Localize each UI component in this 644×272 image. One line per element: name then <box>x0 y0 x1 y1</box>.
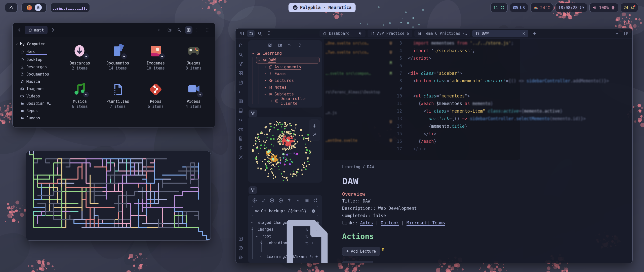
launcher-button[interactable] <box>5 3 18 12</box>
help-icon[interactable] <box>238 246 243 251</box>
open-terminal-button[interactable] <box>156 26 164 34</box>
refresh-icon[interactable] <box>313 198 318 203</box>
folder-item[interactable]: ↪ Musica 6 items <box>61 82 99 109</box>
folder-item[interactable]: Plantillas 7 items <box>99 82 137 109</box>
graph-view-panel[interactable] <box>248 117 322 183</box>
graph-icon[interactable] <box>238 61 243 66</box>
search-icon[interactable] <box>238 52 243 57</box>
compact-view-button[interactable] <box>204 26 212 34</box>
plus-icon[interactable] <box>315 255 318 258</box>
sidebar-item[interactable]: Juegos <box>13 114 58 122</box>
tree-item[interactable]: DAW <box>256 57 319 63</box>
updates-widget[interactable]: 11 <box>490 3 508 12</box>
bookmarks-panel-button[interactable] <box>265 30 273 37</box>
tree-item[interactable]: Exams <box>262 70 320 77</box>
grid-view-button[interactable] <box>185 26 192 34</box>
forward-icon[interactable] <box>50 27 56 33</box>
pin-icon[interactable] <box>358 31 362 36</box>
tree-item[interactable]: Lectures <box>262 77 320 84</box>
file-manager-window[interactable]: matt My Computer <box>12 23 215 127</box>
editor-tab[interactable]: Dashboard <box>319 30 366 37</box>
upload-icon[interactable] <box>287 198 292 203</box>
editor-window[interactable]: Dashboard ASP Practice 6 Tema 6 Prác <box>235 28 633 263</box>
check-icon[interactable] <box>261 198 266 203</box>
wand-icon[interactable] <box>312 132 317 137</box>
editor-tab[interactable]: Tema 6 Prácticas -… <box>414 30 470 37</box>
keyboard-layout-widget[interactable]: US <box>510 3 528 12</box>
clock-widget[interactable]: 18:08:28 <box>555 3 587 12</box>
add-lecture-button[interactable]: + Add Lecture <box>342 247 380 256</box>
new-tab-button[interactable] <box>531 30 538 37</box>
close-tab-icon[interactable] <box>522 31 526 36</box>
toggle-left-sidebar-button[interactable] <box>238 30 246 37</box>
volume-widget[interactable]: 100% <box>589 3 618 12</box>
sidebar-item[interactable]: Obsidian V… <box>13 100 58 107</box>
git-panel-chip[interactable] <box>249 186 257 194</box>
table-icon[interactable] <box>238 99 243 104</box>
sidebar-item[interactable]: Documentos <box>13 71 58 78</box>
sidebar-item[interactable]: Musica <box>13 78 58 85</box>
newfolder-icon[interactable] <box>278 43 282 47</box>
terminal-icon[interactable] <box>238 89 243 94</box>
search-button[interactable] <box>175 26 183 34</box>
home-icon[interactable] <box>238 43 243 48</box>
editor-tab[interactable]: ASP Practice 6 <box>368 30 412 37</box>
sidebar-item[interactable]: Imagenes <box>13 85 58 92</box>
tab-list-button[interactable] <box>613 30 621 37</box>
folder-item[interactable]: Juegos 8 items <box>175 44 213 71</box>
layout-icon[interactable] <box>238 71 243 76</box>
note-breadcrumb[interactable]: Learning / DAW <box>342 165 622 169</box>
sort-icon[interactable] <box>288 43 292 47</box>
note-link[interactable]: Microsoft Teams <box>407 220 445 225</box>
upcirc-icon[interactable] <box>252 198 257 203</box>
note-link[interactable]: Outlook <box>381 220 399 225</box>
note-link[interactable]: Aules <box>360 220 373 225</box>
filesearch-icon[interactable] <box>238 136 243 141</box>
download-icon[interactable] <box>296 198 301 203</box>
dollar-icon[interactable] <box>238 145 243 150</box>
tree-item[interactable]: Notes <box>262 84 320 91</box>
sidebar-item[interactable]: Home <box>13 48 58 56</box>
audio-visualizer[interactable] <box>50 3 90 12</box>
now-playing-widget[interactable]: Polyphia - Neurotica <box>289 3 356 12</box>
notes-app-icon[interactable] <box>35 4 42 11</box>
minuscirc-icon[interactable] <box>278 198 283 203</box>
tree-item[interactable]: Learning <box>250 50 320 57</box>
breadcrumb[interactable]: matt <box>25 26 48 34</box>
folder-item[interactable]: ↪ Imagenes 10 items <box>137 44 175 71</box>
folder-item[interactable]: ↪ Videos 4 items <box>175 82 213 109</box>
list-icon[interactable] <box>304 198 309 203</box>
sidebar-section-header[interactable]: My Computer <box>13 40 58 48</box>
vscode-background-window[interactable]: …One.svelte src\co…U …Two.svelte src\co…… <box>324 39 520 160</box>
notifications-widget[interactable]: 24 <box>621 3 638 12</box>
folder-item[interactable]: ↪ Documentos 14 items <box>99 44 137 71</box>
newnote-icon[interactable] <box>268 43 272 47</box>
sidebar-item[interactable]: Descargas <box>13 63 58 71</box>
add-note-button[interactable]: + Add Note <box>342 261 373 263</box>
back-icon[interactable] <box>16 27 23 33</box>
list-view-button[interactable] <box>194 26 202 34</box>
tools-icon[interactable] <box>238 155 243 160</box>
pluscirc-icon[interactable] <box>269 198 274 203</box>
sidebar-item[interactable]: Desktop <box>13 56 58 63</box>
code-icon[interactable] <box>238 117 243 122</box>
circuit-art-window[interactable] <box>26 151 211 241</box>
tree-item[interactable]: Assignments <box>262 63 320 70</box>
collapse-icon[interactable] <box>298 43 302 47</box>
folder-item[interactable]: ↪ Descargas 2 items <box>61 44 99 71</box>
vault-icon[interactable] <box>238 236 243 241</box>
gamepad-icon[interactable] <box>238 127 243 132</box>
sidebar-item[interactable]: Videos <box>13 92 58 100</box>
folder-item[interactable]: Repos 6 items <box>137 82 175 109</box>
tree-item[interactable]: Desarrollo-Cliente <box>268 97 320 104</box>
graph-view-chip[interactable] <box>249 110 257 117</box>
firefox-icon[interactable] <box>26 5 32 11</box>
sidebar-item[interactable]: Repos <box>13 107 58 114</box>
gear-icon[interactable] <box>238 255 243 260</box>
new-folder-button[interactable] <box>166 26 173 34</box>
gear-icon[interactable] <box>312 124 317 128</box>
search-panel-button[interactable] <box>256 30 264 37</box>
weather-widget[interactable]: 24°C <box>530 3 553 12</box>
git-row[interactable]: graph.json M <box>264 246 319 253</box>
book-icon[interactable] <box>238 108 243 113</box>
